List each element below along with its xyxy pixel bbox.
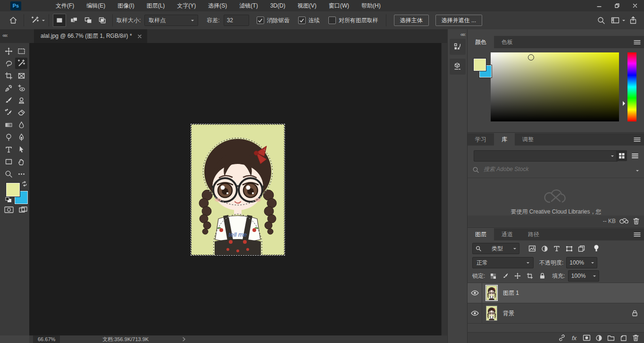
menu-edit[interactable]: 编辑(E)	[80, 0, 111, 11]
hand-tool-button[interactable]	[15, 156, 27, 167]
zoom-level-field[interactable]: 66.67%	[33, 335, 60, 343]
clone-stamp-tool-button[interactable]	[15, 94, 27, 106]
close-button[interactable]	[626, 0, 644, 11]
saturation-brightness-field[interactable]	[491, 52, 619, 121]
menu-view[interactable]: 视图(V)	[292, 0, 323, 11]
lock-artboard-icon[interactable]	[524, 271, 536, 281]
hue-slider-arrow[interactable]	[623, 101, 627, 106]
dodge-tool-button[interactable]	[2, 131, 15, 143]
lock-position-icon[interactable]	[511, 271, 524, 281]
select-subject-button[interactable]: 选择主体	[394, 15, 429, 26]
rectangle-tool-button[interactable]	[2, 156, 15, 167]
lock-transparent-pixels-icon[interactable]	[487, 271, 499, 281]
anti-alias-checkbox[interactable]	[257, 17, 264, 24]
cc-sync-disabled-icon[interactable]	[619, 217, 629, 225]
fill-dropdown[interactable]: 100%	[568, 270, 599, 282]
swap-colors-icon[interactable]	[22, 181, 27, 187]
menu-help[interactable]: 帮助(H)	[355, 0, 387, 11]
layer2-name[interactable]: 背景	[503, 309, 514, 317]
menu-3d[interactable]: 3D(D)	[264, 0, 292, 11]
filter-pixel-layers-icon[interactable]	[526, 244, 538, 253]
tab-learn[interactable]: 学习	[468, 133, 494, 146]
filter-shape-layers-icon[interactable]	[563, 244, 575, 253]
menu-filter[interactable]: 滤镜(T)	[233, 0, 264, 11]
lasso-tool-button[interactable]	[2, 58, 15, 69]
color-picker-ring[interactable]	[528, 54, 534, 60]
tab-paths[interactable]: 路径	[520, 228, 547, 240]
layer-row-background[interactable]: 背景	[468, 303, 644, 323]
search-icon[interactable]	[594, 16, 608, 25]
menu-type[interactable]: 文字(Y)	[171, 0, 202, 11]
new-selection-mode-button[interactable]	[53, 14, 66, 27]
move-tool-button[interactable]	[2, 45, 15, 57]
filter-type-layers-icon[interactable]	[551, 244, 563, 253]
intersect-selection-mode-button[interactable]	[96, 14, 109, 26]
delete-layer-trash-icon[interactable]	[629, 333, 642, 343]
path-selection-tool-button[interactable]	[15, 144, 27, 155]
collapse-toolbar-icon[interactable]: ««	[2, 32, 7, 39]
blend-mode-dropdown[interactable]: 正常	[472, 257, 534, 268]
list-view-button[interactable]	[629, 150, 640, 161]
history-brush-tool-button[interactable]	[2, 107, 15, 118]
layer2-visibility-toggle[interactable]	[468, 303, 482, 323]
tab-color[interactable]: 颜色	[468, 36, 494, 48]
adjustment-layer-icon[interactable]	[593, 333, 605, 343]
tab-layers[interactable]: 图层	[468, 228, 494, 240]
menu-image[interactable]: 图像(I)	[111, 0, 140, 11]
zoom-tool-button[interactable]	[2, 168, 15, 180]
workspace-switcher-icon[interactable]	[608, 16, 622, 25]
library-select-dropdown[interactable]	[474, 150, 618, 162]
link-layers-icon[interactable]	[556, 333, 568, 343]
hue-slider-bar[interactable]	[627, 52, 636, 121]
healing-brush-tool-button[interactable]	[15, 82, 27, 94]
blur-tool-button[interactable]	[15, 119, 27, 130]
new-layer-icon[interactable]	[617, 333, 629, 343]
gradient-tool-button[interactable]	[2, 119, 15, 130]
frame-tool-button[interactable]	[15, 70, 27, 81]
tab-libraries[interactable]: 库	[494, 133, 515, 146]
layer1-name[interactable]: 图层 1	[503, 289, 519, 297]
default-colors-icon[interactable]	[5, 197, 12, 204]
crop-tool-button[interactable]	[2, 70, 15, 81]
sample-all-layers-checkbox[interactable]	[328, 17, 336, 24]
contiguous-checkbox[interactable]	[298, 17, 306, 24]
pen-tool-button[interactable]	[15, 131, 27, 143]
new-group-folder-icon[interactable]	[605, 333, 617, 343]
lock-image-pixels-icon[interactable]	[499, 271, 511, 281]
eyedropper-tool-button[interactable]	[2, 82, 15, 94]
tool-preset-magic-wand-icon[interactable]	[28, 16, 42, 25]
history-panel-icon[interactable]	[450, 39, 466, 55]
filter-smart-objects-icon[interactable]	[575, 244, 587, 253]
library-trash-icon[interactable]	[633, 217, 640, 225]
vertical-scrollbar[interactable]	[441, 43, 448, 335]
menu-layer[interactable]: 图层(L)	[141, 0, 171, 11]
filter-toggle-icon[interactable]	[590, 244, 602, 253]
filter-adjustment-layers-icon[interactable]	[538, 244, 551, 253]
add-to-selection-mode-button[interactable]	[68, 14, 80, 26]
more-tools-ellipsis-icon[interactable]	[15, 168, 27, 180]
lock-all-icon[interactable]	[536, 271, 548, 281]
tab-adjustments[interactable]: 调整	[515, 133, 541, 146]
layer-effects-icon[interactable]: fx	[568, 333, 580, 343]
minimize-button[interactable]	[590, 0, 608, 11]
stock-search-chevron-icon[interactable]	[636, 170, 639, 173]
document-tab[interactable]: alal.jpg @ 66.7% (图层 1, RGB/8#) *	[34, 29, 147, 43]
adobe-stock-search-input[interactable]	[483, 165, 602, 173]
layer-row-layer1[interactable]: 图层 1	[468, 283, 644, 303]
select-and-mask-button[interactable]: 选择并遮住 ...	[435, 15, 482, 26]
tolerance-input[interactable]	[224, 15, 249, 26]
restore-button[interactable]	[608, 0, 626, 11]
tool-preset-chevron-icon[interactable]	[42, 20, 45, 23]
opacity-dropdown[interactable]: 100%	[566, 257, 597, 268]
menu-window[interactable]: 窗口(W)	[323, 0, 355, 11]
type-tool-button[interactable]	[2, 144, 15, 155]
sample-size-dropdown[interactable]: 取样点	[144, 15, 198, 26]
add-layer-mask-icon[interactable]	[580, 333, 593, 343]
layers-panel-menu-icon[interactable]	[634, 232, 641, 239]
document-image[interactable]	[191, 124, 284, 255]
color-panel-menu-icon[interactable]	[634, 39, 641, 46]
rectangular-marquee-tool-button[interactable]	[15, 45, 27, 57]
expand-panels-icon[interactable]: ««	[460, 31, 465, 38]
quick-mask-button[interactable]	[4, 206, 14, 214]
menu-file[interactable]: 文件(F)	[50, 0, 80, 11]
